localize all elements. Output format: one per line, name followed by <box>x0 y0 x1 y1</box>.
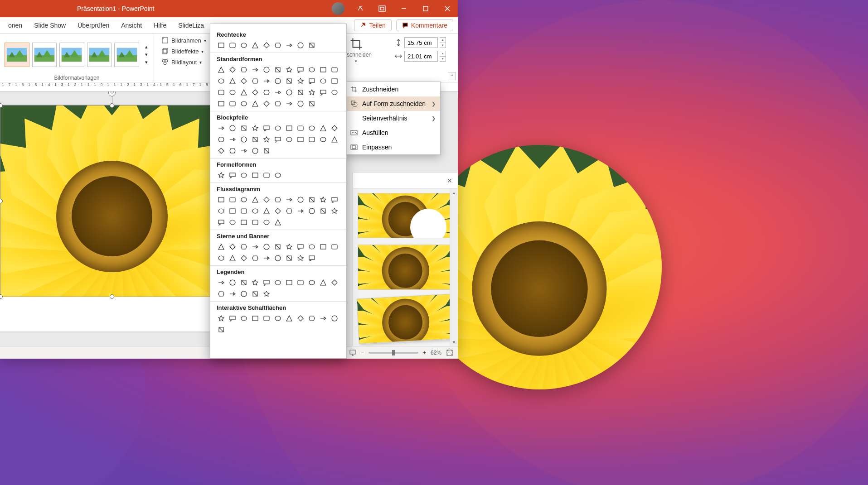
shape-option[interactable] <box>228 41 237 50</box>
shape-option[interactable] <box>228 171 237 180</box>
shape-option[interactable] <box>296 41 305 50</box>
crop-menu-fill[interactable]: Ausfüllen <box>345 125 440 140</box>
shape-option[interactable] <box>330 124 339 133</box>
shape-option[interactable] <box>262 135 271 144</box>
shape-option[interactable] <box>330 314 339 323</box>
shape-option[interactable] <box>217 254 226 263</box>
shape-option[interactable] <box>228 206 237 216</box>
shape-option[interactable] <box>217 146 226 155</box>
shape-option[interactable] <box>307 278 316 287</box>
shape-option[interactable] <box>319 242 328 251</box>
shape-option[interactable] <box>217 99 226 108</box>
shape-option[interactable] <box>228 88 237 97</box>
shape-option[interactable] <box>217 77 226 86</box>
shape-option[interactable] <box>239 218 248 227</box>
shape-option[interactable] <box>251 77 260 86</box>
shape-option[interactable] <box>307 206 316 216</box>
shape-option[interactable] <box>296 278 305 287</box>
shape-option[interactable] <box>251 218 260 227</box>
tab-item[interactable]: onen <box>3 17 28 33</box>
shape-option[interactable] <box>285 195 294 204</box>
shape-option[interactable] <box>285 41 294 50</box>
shape-option[interactable] <box>251 314 260 323</box>
shape-option[interactable] <box>251 278 260 287</box>
slideshow-view-icon[interactable] <box>349 349 356 356</box>
shape-option[interactable] <box>296 254 305 263</box>
shape-option[interactable] <box>307 314 316 323</box>
design-idea-card[interactable] <box>358 245 453 290</box>
shape-option[interactable] <box>217 325 226 334</box>
picture-border-button[interactable]: Bildrahmen▾ <box>159 35 209 45</box>
coming-soon-button[interactable] <box>350 0 371 17</box>
collapse-ribbon-button[interactable]: ˄ <box>448 72 456 80</box>
shape-option[interactable] <box>330 206 339 216</box>
shape-option[interactable] <box>251 206 260 216</box>
shape-option[interactable] <box>239 171 248 180</box>
shape-option[interactable] <box>228 124 237 133</box>
account-avatar[interactable] <box>332 2 344 15</box>
styles-scroll-down[interactable]: ▾ <box>144 51 149 58</box>
shape-option[interactable] <box>217 289 226 298</box>
shape-option[interactable] <box>330 278 339 287</box>
shape-option[interactable] <box>228 314 237 323</box>
shape-option[interactable] <box>217 278 226 287</box>
shape-option[interactable] <box>319 195 328 204</box>
shape-option[interactable] <box>251 195 260 204</box>
shape-option[interactable] <box>217 41 226 50</box>
shape-option[interactable] <box>285 242 294 251</box>
maximize-button[interactable] <box>415 0 436 17</box>
shape-option[interactable] <box>217 314 226 323</box>
picture-style-thumb[interactable] <box>5 43 29 67</box>
shape-option[interactable] <box>251 41 260 50</box>
shape-option[interactable] <box>307 195 316 204</box>
close-button[interactable] <box>437 0 458 17</box>
shape-option[interactable] <box>285 124 294 133</box>
shape-option[interactable] <box>251 289 260 298</box>
shape-option[interactable] <box>296 124 305 133</box>
shape-option[interactable] <box>262 171 271 180</box>
shape-option[interactable] <box>239 99 248 108</box>
shape-option[interactable] <box>228 65 237 74</box>
crop-menu-crop[interactable]: Zuschneiden <box>345 82 440 96</box>
shape-option[interactable] <box>307 99 316 108</box>
shape-option[interactable] <box>251 88 260 97</box>
shape-option[interactable] <box>239 206 248 216</box>
height-spinner[interactable]: ▴▾ <box>440 37 446 48</box>
shape-option[interactable] <box>296 135 305 144</box>
shape-option[interactable] <box>296 242 305 251</box>
shape-option[interactable] <box>307 88 316 97</box>
shape-option[interactable] <box>239 135 248 144</box>
picture-style-thumb[interactable] <box>59 43 84 67</box>
picture-effects-button[interactable]: Bildeffekte▾ <box>159 46 206 56</box>
shape-option[interactable] <box>273 88 282 97</box>
shape-option[interactable] <box>239 195 248 204</box>
zoom-in-button[interactable]: + <box>423 350 426 356</box>
shape-option[interactable] <box>273 314 282 323</box>
shape-option[interactable] <box>296 65 305 74</box>
zoom-out-button[interactable]: − <box>361 350 364 356</box>
selected-picture[interactable] <box>0 105 224 297</box>
shape-option[interactable] <box>228 242 237 251</box>
tab-item[interactable]: SlideLiza <box>173 17 209 33</box>
shape-option[interactable] <box>217 124 226 133</box>
shape-option[interactable] <box>239 314 248 323</box>
tab-item[interactable]: Überprüfen <box>72 17 115 33</box>
shape-option[interactable] <box>307 242 316 251</box>
shape-option[interactable] <box>239 146 248 155</box>
shape-option[interactable] <box>217 242 226 251</box>
tab-item[interactable]: Slide Show <box>29 17 71 33</box>
shape-option[interactable] <box>262 254 271 263</box>
width-input[interactable] <box>404 51 438 62</box>
shape-option[interactable] <box>262 77 271 86</box>
shape-option[interactable] <box>319 278 328 287</box>
shape-option[interactable] <box>285 88 294 97</box>
shape-option[interactable] <box>239 242 248 251</box>
shape-option[interactable] <box>273 135 282 144</box>
shape-option[interactable] <box>217 65 226 74</box>
shape-option[interactable] <box>319 206 328 216</box>
comments-button[interactable]: Kommentare <box>396 19 453 31</box>
shape-option[interactable] <box>285 99 294 108</box>
shape-option[interactable] <box>217 171 226 180</box>
shape-option[interactable] <box>239 289 248 298</box>
shape-option[interactable] <box>228 135 237 144</box>
